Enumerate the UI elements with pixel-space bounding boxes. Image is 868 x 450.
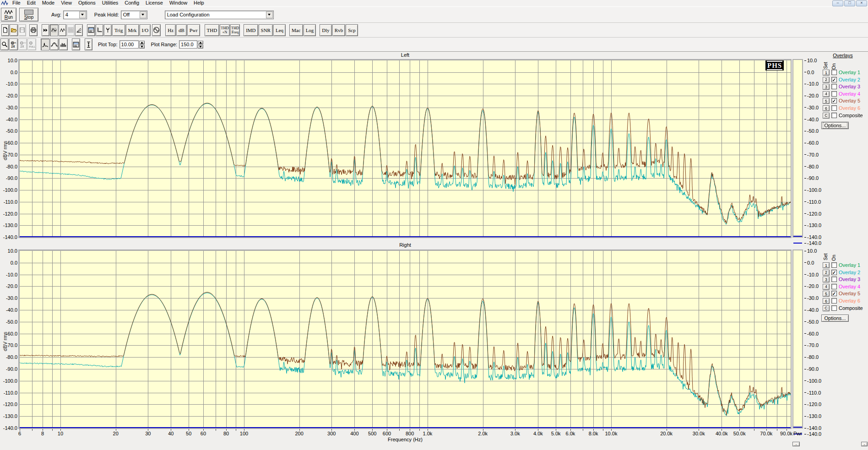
menu-edit[interactable]: Edit [24,0,39,6]
menu-window[interactable]: Window [166,0,190,6]
menu-config[interactable]: Config [121,0,142,6]
db-button[interactable]: dB [176,24,187,36]
overlay-on-checkbox-1-right[interactable] [831,262,837,268]
waveform-view-button[interactable] [59,24,66,36]
snr-button[interactable]: SNR [259,24,273,36]
overlay-on-checkbox-2-right[interactable]: ✓ [831,270,837,275]
overlay-set-button-C-right[interactable]: C [823,305,830,311]
menu-help[interactable]: Help [190,0,207,6]
load-configuration-dropdown[interactable]: Load Configuration [165,11,274,19]
minimize-button[interactable]: – [832,0,843,6]
run-button[interactable]: Run [1,8,16,22]
zoom-in-2x-button[interactable]: 2XIN [9,38,18,50]
overlay-set-button-4-left[interactable]: 4 [823,91,830,97]
close-button[interactable]: × [856,0,867,6]
plot-range-up-button[interactable] [198,41,203,44]
marker-ibeam-button[interactable] [85,38,92,50]
overlay-set-button-4-right[interactable]: 4 [823,284,830,290]
overlay-set-button-2-left[interactable]: 2 [823,77,830,83]
spectrum-view-button[interactable] [50,24,58,36]
overlay-on-checkbox-6-right[interactable] [831,298,837,304]
leq-button[interactable]: Leq [273,24,286,36]
overlay-on-checkbox-5-left[interactable]: ✓ [831,98,837,103]
fast-forward-button[interactable] [42,24,49,36]
hz-button[interactable]: Hz [165,24,176,36]
overlays-options-button-left[interactable]: Options... [821,122,849,129]
rta-steps-button[interactable] [50,38,59,50]
menu-license[interactable]: License [142,0,166,6]
rta-peak-button[interactable] [41,38,49,50]
settings-panel-button[interactable] [87,24,95,36]
plot-top-up-button[interactable] [139,41,145,44]
thd-button[interactable]: THD [205,24,220,36]
mac-button[interactable]: Mac [289,24,303,36]
overlay-on-checkbox-3-left[interactable] [831,84,837,89]
overlay-set-button-1-right[interactable]: 1 [823,262,830,268]
sweep-view-button[interactable] [75,24,83,36]
menu-file[interactable]: File [9,0,24,6]
menu-options[interactable]: Options [75,0,99,6]
overlay-on-checkbox-5-right[interactable]: ✓ [831,291,837,296]
overlay-on-checkbox-C-right[interactable] [831,305,837,311]
open-file-button[interactable] [10,24,18,36]
generator-button[interactable] [152,24,161,36]
avg-dropdown[interactable]: 4 [63,11,87,19]
load-configuration-arrow-icon[interactable] [266,11,273,18]
settings-panel2-button[interactable] [72,38,80,50]
avg-dropdown-arrow-icon[interactable] [79,11,86,18]
overlay-set-button-3-left[interactable]: 3 [823,84,830,90]
new-file-button[interactable] [1,24,9,36]
pane-collapse-button[interactable]: - [792,442,800,446]
overlay-set-button-3-right[interactable]: 3 [823,277,830,282]
restore-button[interactable]: □ [844,0,855,6]
rta-bars-button[interactable] [59,38,68,50]
snr-button-label: SNR [260,27,272,33]
pwr-button[interactable]: Pwr [187,24,200,36]
menu-view[interactable]: View [58,0,75,6]
dly-button[interactable]: Dly [320,24,332,36]
calibration-button[interactable] [96,24,103,36]
magnifier-button[interactable] [0,38,9,50]
peak-hold-dropdown[interactable]: Off [121,11,147,19]
plot-range-input[interactable]: 150.0 [179,40,197,49]
thd-freq-button[interactable]: THDFreq [230,24,240,36]
right-spectrum-plot[interactable] [18,249,792,429]
stop-button[interactable]: Stop [19,8,38,22]
overlay-set-button-5-right[interactable]: 5 [823,291,830,297]
left-spectrum-plot[interactable] [18,59,792,238]
menu-utilities[interactable]: Utilities [99,0,121,6]
right-spectrum-canvas[interactable] [20,251,791,428]
imd-button-label: IMD [244,27,257,33]
plot-top-down-button[interactable] [139,45,145,49]
trigger-button[interactable]: Trig [112,24,125,36]
overlay-on-checkbox-4-right[interactable] [831,284,837,289]
overlay-set-button-2-right[interactable]: 2 [823,270,830,276]
overlay-on-checkbox-C-left[interactable] [831,113,837,118]
imd-button[interactable]: IMD [244,24,258,36]
corner-collapse-button[interactable]: - [861,442,868,446]
overlay-set-button-5-left[interactable]: 5 [823,98,830,104]
left-spectrum-canvas[interactable] [20,60,791,237]
rvb-button[interactable]: Rvb [332,24,345,36]
overlay-on-checkbox-1-left[interactable] [831,70,837,75]
scp-button[interactable]: Scp [346,24,358,36]
plot-top-input[interactable]: 10.00 [119,40,139,49]
overlay-set-button-6-left[interactable]: 6 [823,105,830,111]
plot-range-down-button[interactable] [198,45,203,49]
overlay-on-checkbox-2-left[interactable]: ✓ [831,77,837,82]
overlay-on-checkbox-4-left[interactable] [831,91,837,97]
io-button[interactable]: I/O [140,24,151,36]
overlay-set-button-6-right[interactable]: 6 [823,298,830,304]
probe-button[interactable] [104,24,112,36]
overlay-on-checkbox-3-right[interactable] [831,277,837,282]
overlay-set-button-C-left[interactable]: C [823,113,830,119]
overlays-options-button-right[interactable]: Options... [821,314,849,322]
thd-n-button[interactable]: THD+N [220,24,229,36]
marker-button[interactable]: Mrk [126,24,139,36]
overlay-set-button-1-left[interactable]: 1 [823,70,830,76]
peak-hold-dropdown-arrow-icon[interactable] [140,11,146,18]
menu-mode[interactable]: Mode [39,0,58,6]
overlay-on-checkbox-6-left[interactable] [831,105,837,111]
print-button[interactable] [29,24,38,36]
log-button[interactable]: Log [304,24,316,36]
